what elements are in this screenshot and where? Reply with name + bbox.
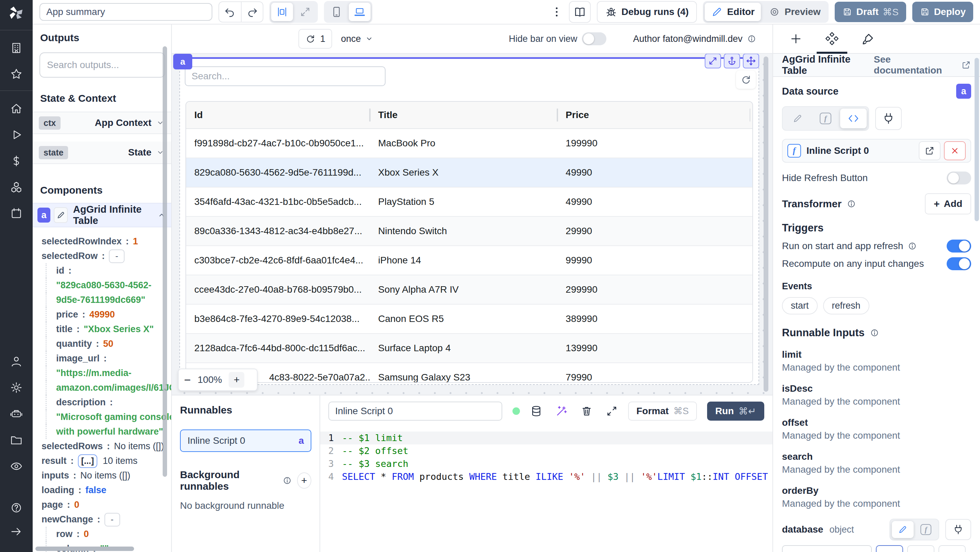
calendar-icon[interactable] [9, 206, 24, 221]
table-row[interactable]: f991898d-cb27-4ac7-b10c-0b9050ce1...MacB… [186, 129, 752, 158]
right-panel-scrollbar[interactable] [975, 58, 979, 221]
column-header-title[interactable]: Title [370, 102, 557, 128]
expand-component-button[interactable] [705, 54, 721, 68]
more-menu-button[interactable] [550, 6, 563, 18]
resource-option-button[interactable] [939, 545, 966, 552]
eye-icon[interactable] [9, 459, 24, 474]
table-row[interactable]: 829ca080-5630-4562-9d5e-7611199d...Xbox … [186, 158, 752, 188]
table-row[interactable]: 2128adca-7fc6-44bd-800c-dc115df6ac...Sur… [186, 334, 752, 363]
app-canvas[interactable]: a IdTitlePrice f991898d-cb27-4ac7-b10c-0… [172, 54, 772, 395]
detach-script-button[interactable] [944, 141, 966, 160]
resource-input[interactable] [782, 545, 872, 552]
database-settings-button[interactable] [530, 405, 542, 417]
column-header-id[interactable]: Id [186, 102, 370, 128]
runnable-item-inline-script-0[interactable]: Inline Script 0 a [180, 430, 311, 452]
zoom-out-button[interactable]: − [184, 374, 191, 386]
tree-collapse-chip[interactable]: [...] [78, 454, 98, 468]
arrow-right-icon[interactable] [9, 524, 24, 539]
draft-button[interactable]: Draft ⌘S [835, 2, 906, 22]
building-icon[interactable] [9, 40, 24, 56]
expand-editor-button[interactable] [606, 405, 618, 417]
hide-refresh-toggle[interactable] [947, 172, 971, 185]
debug-runs-button[interactable]: Debug runs (4) [597, 1, 697, 23]
outputs-horizontal-scrollbar[interactable] [35, 547, 134, 551]
home-icon[interactable] [9, 101, 24, 116]
event-chip-refresh[interactable]: refresh [823, 297, 869, 315]
windmill-logo-icon[interactable] [8, 5, 25, 22]
tab-styling[interactable] [850, 24, 886, 53]
script-name-input[interactable] [328, 402, 502, 421]
centered-layout-button[interactable] [271, 3, 293, 21]
table-row[interactable]: 89c0a336-1343-4812-ac34-e4bb8e27...Ninte… [186, 217, 752, 246]
refresh-count-button[interactable]: 1 [298, 29, 332, 49]
column-header-price[interactable]: Price [557, 102, 752, 128]
robot-icon[interactable] [9, 406, 24, 421]
fullwidth-layout-button[interactable] [294, 3, 316, 21]
desktop-view-button[interactable] [349, 3, 371, 21]
mobile-view-button[interactable] [326, 3, 347, 21]
anchor-component-button[interactable] [724, 54, 740, 68]
tree-collapse-chip[interactable]: - [105, 513, 120, 527]
state-row[interactable]: state State [33, 142, 171, 164]
dollar-icon[interactable] [9, 153, 24, 169]
tree-collapse-chip[interactable]: - [109, 250, 124, 263]
resource-option-button[interactable] [907, 545, 934, 552]
delete-script-button[interactable] [581, 405, 593, 417]
tab-component-settings[interactable] [814, 24, 850, 53]
help-icon[interactable] [9, 500, 24, 515]
static-input-button[interactable] [892, 521, 914, 538]
outputs-vertical-scrollbar[interactable] [163, 46, 167, 477]
event-chip-start[interactable]: start [782, 297, 818, 315]
redo-button[interactable] [241, 2, 263, 22]
recompute-toggle[interactable] [947, 257, 971, 270]
tab-editor[interactable]: Editor [705, 3, 761, 21]
user-icon[interactable] [9, 354, 24, 369]
aggrid-component[interactable]: a IdTitlePrice f991898d-cb27-4ac7-b10c-0… [179, 57, 759, 385]
format-button[interactable]: Format ⌘S [628, 402, 697, 421]
resource-option-button[interactable] [876, 545, 903, 552]
folder-icon[interactable] [9, 433, 24, 447]
play-icon[interactable] [9, 127, 24, 142]
ai-assistant-button[interactable] [555, 405, 568, 417]
code-editor[interactable]: 1-- $1 limit2-- $2 offset3-- $3 search4S… [320, 427, 772, 552]
component-tag-badge[interactable]: a [173, 54, 192, 69]
app-summary-input[interactable] [40, 3, 212, 21]
tab-insert-component[interactable] [778, 24, 814, 53]
gear-icon[interactable] [9, 380, 24, 395]
tab-preview[interactable]: Preview [762, 3, 827, 21]
info-icon[interactable] [846, 199, 856, 209]
see-documentation-link[interactable]: See documentation [874, 54, 971, 76]
connect-input-button[interactable] [875, 107, 902, 130]
rename-component-button[interactable] [54, 207, 68, 223]
info-icon[interactable] [746, 34, 757, 44]
eval-input-button[interactable] [840, 108, 867, 128]
cubes-icon[interactable] [9, 180, 24, 195]
static-input-button[interactable] [784, 108, 811, 128]
template-input-button[interactable]: f [915, 521, 937, 538]
table-row[interactable]: 4c83-8022-5e70a07a2...Samsung Galaxy S23… [186, 363, 752, 382]
add-transformer-button[interactable]: +Add [925, 193, 971, 215]
connect-input-button[interactable] [945, 519, 971, 540]
hide-bar-toggle[interactable] [582, 32, 606, 45]
component-output-row[interactable]: a AgGrid Infinite Table [33, 203, 171, 227]
undo-button[interactable] [219, 2, 241, 22]
info-icon[interactable] [907, 241, 917, 251]
open-script-button[interactable] [919, 141, 940, 160]
docs-button[interactable] [569, 1, 591, 23]
table-row[interactable]: b3e864c8-7fe3-4270-89e9-54c12038...Canon… [186, 305, 752, 334]
canvas-scrollbar[interactable] [764, 56, 768, 392]
run-button[interactable]: Run ⌘↵ [707, 402, 764, 421]
info-icon[interactable] [282, 476, 292, 486]
search-outputs-input[interactable] [40, 52, 165, 78]
run-on-start-toggle[interactable] [947, 240, 971, 253]
template-input-button[interactable]: f [812, 108, 839, 128]
ctx-row[interactable]: ctx App Context [33, 111, 171, 134]
table-row[interactable]: 354f6afd-43ac-4321-b1bc-0b5e5adcb...Play… [186, 188, 752, 217]
table-refresh-button[interactable] [736, 70, 756, 89]
move-component-button[interactable] [743, 54, 759, 68]
add-background-runnable-button[interactable]: + [297, 472, 311, 489]
zoom-in-button[interactable]: + [229, 372, 244, 388]
star-icon[interactable] [9, 67, 24, 82]
schedule-dropdown[interactable]: once [341, 34, 374, 44]
table-row[interactable]: c303bce7-cb2e-42c6-8fdf-6aa01fc4e4...iPh… [186, 246, 752, 275]
